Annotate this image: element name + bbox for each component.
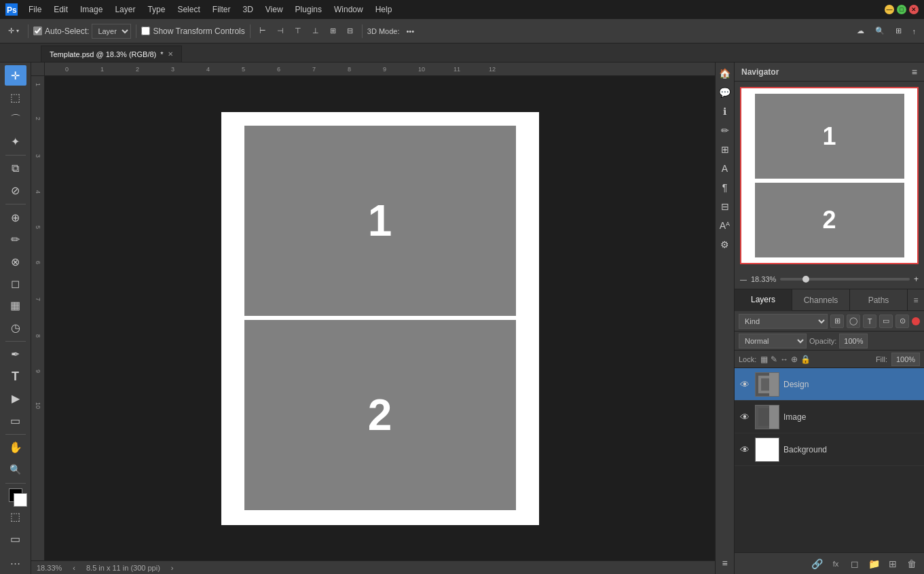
menu-edit[interactable]: Edit — [48, 3, 73, 16]
add-style-button[interactable]: fx — [828, 556, 844, 572]
more-tools-button[interactable]: … — [5, 550, 26, 571]
opacity-input[interactable] — [839, 334, 868, 348]
marquee-tool[interactable]: ⬚ — [5, 87, 26, 107]
fill-input[interactable] — [891, 353, 920, 366]
lock-all-icon[interactable]: 🔒 — [800, 355, 811, 364]
comment-icon-button[interactable]: 💬 — [717, 84, 733, 101]
align-center-v-button[interactable]: ⊞ — [326, 22, 340, 41]
shape-tool[interactable]: ▭ — [5, 410, 26, 431]
lock-artboard-icon[interactable]: ↔ — [780, 355, 788, 364]
filter-smart-icon[interactable]: ⊙ — [895, 315, 909, 328]
align-top-button[interactable]: ⊥ — [308, 22, 323, 41]
align-center-h-button[interactable]: ⊣ — [273, 22, 288, 41]
filter-adjust-icon[interactable]: ◯ — [847, 315, 860, 328]
layer-visibility-design[interactable]: 👁 — [739, 378, 751, 391]
cloud-button[interactable]: ☁ — [853, 22, 868, 41]
layer-row-image[interactable]: 👁 Image — [735, 401, 924, 433]
document-tab[interactable]: Template.psd @ 18.3% (RGB/8) * ✕ — [41, 46, 182, 62]
minimize-button[interactable]: — — [885, 5, 894, 14]
spot-heal-tool[interactable]: ⊕ — [5, 207, 26, 228]
dodge-tool[interactable]: ◷ — [5, 317, 26, 338]
prev-arrow[interactable]: ‹ — [73, 564, 75, 572]
share-button[interactable]: ↑ — [908, 22, 921, 41]
close-button[interactable]: ✕ — [909, 5, 919, 14]
menu-select[interactable]: Select — [172, 3, 205, 16]
toolbar-more-button[interactable]: ••• — [402, 22, 418, 41]
layer-visibility-image[interactable]: 👁 — [739, 411, 751, 423]
type-icon-button[interactable]: A — [717, 160, 733, 177]
link-layers-button[interactable]: 🔗 — [809, 556, 825, 572]
filter-type-icon[interactable]: T — [863, 315, 876, 328]
pen-tool[interactable]: ✒ — [5, 344, 26, 365]
settings-button[interactable]: ⊞ — [891, 22, 906, 41]
maximize-button[interactable]: □ — [897, 5, 906, 14]
tab-close-button[interactable]: ✕ — [168, 50, 173, 58]
navigator-preview[interactable]: 1 2 — [740, 87, 919, 264]
menu-window[interactable]: Window — [329, 3, 369, 16]
background-color[interactable] — [14, 493, 27, 507]
lasso-tool[interactable]: ⌒ — [5, 109, 26, 130]
eyedropper-tool[interactable]: ⊘ — [5, 180, 26, 200]
copy-icon-button[interactable]: ⊟ — [717, 198, 733, 215]
lock-paint-icon[interactable]: ✎ — [771, 355, 777, 364]
menu-layer[interactable]: Layer — [109, 3, 141, 16]
foreground-color[interactable] — [9, 488, 22, 502]
crop-tool[interactable]: ⧉ — [5, 158, 26, 179]
zoom-tool[interactable]: 🔍 — [5, 459, 26, 480]
tab-layers[interactable]: Layers — [735, 289, 792, 311]
next-arrow[interactable]: › — [171, 564, 174, 572]
brush-settings-button[interactable]: ✏ — [717, 122, 733, 139]
quick-mask-button[interactable]: ⬚ — [5, 506, 26, 526]
menu-filter[interactable]: Filter — [207, 3, 236, 16]
menu-image[interactable]: Image — [75, 3, 108, 16]
path-select-tool[interactable]: ▶ — [5, 389, 26, 409]
hand-tool[interactable]: ✋ — [5, 437, 26, 458]
type-tool[interactable]: T — [5, 366, 26, 387]
tab-paths[interactable]: Paths — [850, 289, 908, 310]
filter-kind-dropdown[interactable]: Kind — [739, 314, 828, 329]
lock-position-icon[interactable]: ⊕ — [791, 355, 798, 364]
brush-tool[interactable]: ✏ — [5, 229, 26, 249]
auto-select-checkbox[interactable] — [33, 26, 42, 35]
settings-icon-button[interactable]: ⚙ — [717, 236, 733, 253]
layer-row-design[interactable]: 👁 Design — [735, 368, 924, 401]
new-layer-button[interactable]: ⊞ — [885, 556, 901, 572]
menu-file[interactable]: File — [23, 3, 47, 16]
zoom-max-icon[interactable]: + — [914, 274, 919, 284]
magic-wand-tool[interactable]: ✦ — [5, 131, 26, 151]
canvas-content[interactable]: 1 2 — [45, 76, 715, 560]
screen-mode-button[interactable]: ▭ — [5, 528, 26, 549]
zoom-slider[interactable] — [780, 278, 910, 281]
text-size-icon-button[interactable]: Aᴬ — [717, 217, 733, 234]
layers-icon-button[interactable]: ⊞ — [717, 141, 733, 158]
tab-channels[interactable]: Channels — [792, 289, 850, 310]
menu-help[interactable]: Help — [370, 3, 398, 16]
home-icon-button[interactable]: 🏠 — [717, 65, 733, 82]
search-button[interactable]: 🔍 — [871, 22, 889, 41]
layer-visibility-background[interactable]: 👁 — [739, 444, 751, 456]
align-left-button[interactable]: ⊢ — [255, 22, 270, 41]
canvas-area[interactable]: 0 1 2 3 4 5 6 7 8 9 10 11 12 1 2 3 4 5 6 — [31, 62, 715, 574]
clone-tool[interactable]: ⊗ — [5, 251, 26, 272]
gradient-tool[interactable]: ▦ — [5, 295, 26, 316]
filter-pixel-icon[interactable]: ⊞ — [830, 315, 844, 328]
paragraph-icon-button[interactable]: ¶ — [717, 179, 733, 196]
panel-toggle-button[interactable]: ≡ — [717, 555, 733, 571]
delete-layer-button[interactable]: 🗑 — [904, 556, 920, 572]
lock-transparent-icon[interactable]: ▦ — [760, 355, 768, 364]
navigator-menu-icon[interactable]: ≡ — [912, 67, 917, 77]
menu-3d[interactable]: 3D — [237, 3, 258, 16]
move-tool[interactable]: ✛ — [5, 65, 26, 86]
menu-plugins[interactable]: Plugins — [290, 3, 327, 16]
eraser-tool[interactable]: ◻ — [5, 273, 26, 293]
layers-panel-menu[interactable]: ≡ — [908, 289, 924, 310]
menu-type[interactable]: Type — [142, 3, 170, 16]
info-icon-button[interactable]: ℹ — [717, 103, 733, 120]
new-group-button[interactable]: 📁 — [866, 556, 882, 572]
layer-dropdown[interactable]: Layer — [92, 24, 131, 39]
align-right-button[interactable]: ⊤ — [291, 22, 306, 41]
layer-row-background[interactable]: 👁 Background — [735, 433, 924, 466]
filter-shape-icon[interactable]: ▭ — [879, 315, 893, 328]
align-bottom-button[interactable]: ⊟ — [343, 22, 357, 41]
zoom-min-icon[interactable]: — — [740, 276, 747, 283]
